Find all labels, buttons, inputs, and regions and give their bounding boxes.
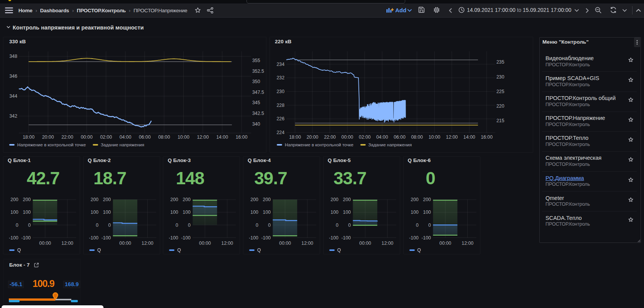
svg-text:16:00: 16:00 <box>481 134 493 140</box>
svg-text:22:00: 22:00 <box>61 134 73 140</box>
svg-text:-100: -100 <box>409 235 419 241</box>
svg-text:-100: -100 <box>249 235 258 241</box>
svg-text:00:00: 00:00 <box>119 241 131 246</box>
svg-text:0: 0 <box>256 223 258 228</box>
svg-text:12:00: 12:00 <box>61 241 73 246</box>
svg-text:00:00: 00:00 <box>39 241 51 246</box>
svg-text:100: 100 <box>330 210 338 215</box>
svg-text:100: 100 <box>263 210 271 215</box>
svg-text:16:00: 16:00 <box>236 134 248 140</box>
svg-text:06:00: 06:00 <box>394 134 406 140</box>
svg-text:235: 235 <box>496 59 504 65</box>
svg-text:100: 100 <box>423 210 431 215</box>
svg-text:12:00: 12:00 <box>381 241 393 246</box>
svg-text:-100: -100 <box>421 235 431 241</box>
svg-text:346: 346 <box>9 74 17 79</box>
svg-text:347.5: 347.5 <box>252 90 264 95</box>
svg-text:00:00: 00:00 <box>359 241 371 246</box>
svg-text:225: 225 <box>496 89 504 94</box>
svg-text:220: 220 <box>496 103 504 109</box>
svg-text:345: 345 <box>252 100 260 105</box>
svg-text:230: 230 <box>496 74 504 80</box>
svg-text:12:00: 12:00 <box>141 241 153 246</box>
svg-text:224: 224 <box>276 130 284 135</box>
svg-text:-100: -100 <box>9 235 18 241</box>
svg-text:352.5: 352.5 <box>252 69 264 74</box>
svg-text:100: 100 <box>103 210 111 215</box>
svg-text:00:00: 00:00 <box>342 134 353 140</box>
svg-text:02:00: 02:00 <box>100 134 112 140</box>
svg-text:12:00: 12:00 <box>301 241 313 246</box>
svg-text:0: 0 <box>96 223 99 228</box>
svg-text:100: 100 <box>171 210 179 215</box>
svg-text:18:00: 18:00 <box>289 134 301 140</box>
svg-text:342.5: 342.5 <box>252 111 264 116</box>
svg-text:02:00: 02:00 <box>359 134 371 140</box>
svg-text:100: 100 <box>183 210 191 215</box>
svg-text:200: 200 <box>183 197 191 202</box>
svg-text:-100: -100 <box>21 235 31 241</box>
svg-text:232: 232 <box>276 75 284 80</box>
svg-text:20:00: 20:00 <box>42 134 54 140</box>
svg-text:-100: -100 <box>341 235 351 241</box>
svg-text:355: 355 <box>252 58 260 63</box>
svg-text:12:00: 12:00 <box>446 134 458 140</box>
svg-text:100: 100 <box>411 210 419 215</box>
svg-text:0: 0 <box>28 223 31 228</box>
svg-text:200: 200 <box>411 197 419 202</box>
svg-text:0: 0 <box>416 223 419 228</box>
svg-text:0: 0 <box>188 223 191 228</box>
svg-text:10:00: 10:00 <box>429 134 440 140</box>
svg-text:22:00: 22:00 <box>324 134 336 140</box>
svg-text:14:00: 14:00 <box>216 134 228 140</box>
svg-text:0: 0 <box>428 223 431 228</box>
svg-text:100: 100 <box>343 210 351 215</box>
svg-text:0: 0 <box>16 223 18 228</box>
svg-text:00:00: 00:00 <box>199 241 211 246</box>
svg-text:00:00: 00:00 <box>279 241 291 246</box>
svg-text:08:00: 08:00 <box>411 134 423 140</box>
svg-text:200: 200 <box>343 197 351 202</box>
svg-text:100: 100 <box>250 210 258 215</box>
svg-text:04:00: 04:00 <box>376 134 388 140</box>
svg-text:0: 0 <box>176 223 178 228</box>
svg-text:200: 200 <box>171 197 179 202</box>
svg-text:200: 200 <box>250 197 258 202</box>
svg-text:344: 344 <box>9 93 17 99</box>
svg-text:04:00: 04:00 <box>120 134 131 140</box>
svg-text:226: 226 <box>276 116 284 121</box>
svg-text:340: 340 <box>252 121 260 127</box>
svg-text:0: 0 <box>336 223 338 228</box>
svg-text:06:00: 06:00 <box>139 134 151 140</box>
svg-text:100: 100 <box>10 210 18 215</box>
svg-text:-100: -100 <box>101 235 111 241</box>
svg-text:-100: -100 <box>329 235 338 241</box>
svg-text:12:00: 12:00 <box>462 241 473 246</box>
svg-text:350: 350 <box>252 79 260 84</box>
svg-text:00:00: 00:00 <box>439 241 451 246</box>
svg-text:215: 215 <box>496 118 504 123</box>
svg-text:200: 200 <box>263 197 271 202</box>
svg-text:08:00: 08:00 <box>158 134 170 140</box>
svg-text:12:00: 12:00 <box>222 241 233 246</box>
svg-text:200: 200 <box>103 197 111 202</box>
svg-text:-100: -100 <box>261 235 271 241</box>
svg-text:348: 348 <box>9 54 17 59</box>
svg-text:200: 200 <box>423 197 431 202</box>
svg-text:-100: -100 <box>181 235 191 241</box>
svg-text:18:00: 18:00 <box>23 134 34 140</box>
svg-text:200: 200 <box>90 197 99 202</box>
svg-text:20:00: 20:00 <box>307 134 319 140</box>
svg-text:228: 228 <box>276 103 284 108</box>
svg-text:00:00: 00:00 <box>81 134 93 140</box>
svg-text:200: 200 <box>23 197 31 202</box>
svg-text:100: 100 <box>23 210 31 215</box>
svg-text:14:00: 14:00 <box>463 134 475 140</box>
svg-text:0: 0 <box>108 223 111 228</box>
svg-text:200: 200 <box>330 197 338 202</box>
svg-text:12:00: 12:00 <box>197 134 209 140</box>
svg-text:100: 100 <box>90 210 99 215</box>
svg-text:-100: -100 <box>169 235 179 241</box>
svg-text:200: 200 <box>10 197 18 202</box>
svg-text:342: 342 <box>9 113 17 119</box>
